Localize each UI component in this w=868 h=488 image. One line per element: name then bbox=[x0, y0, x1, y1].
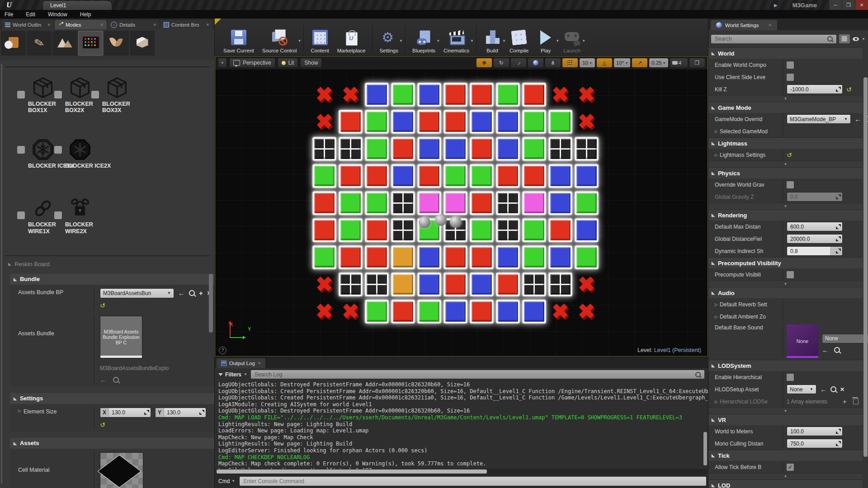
menu-edit[interactable]: Edit bbox=[26, 11, 35, 18]
board-cube-orange[interactable] bbox=[390, 244, 416, 271]
board-cube-wire[interactable] bbox=[495, 189, 521, 216]
compile-button[interactable]: Compile bbox=[505, 20, 533, 55]
blocked-cell[interactable]: ✖ bbox=[573, 271, 599, 298]
spinner-icon[interactable] bbox=[199, 410, 204, 415]
log-search-input[interactable]: Search Log bbox=[251, 370, 704, 379]
board-cube-blue[interactable] bbox=[442, 298, 468, 325]
translate-tool-button[interactable]: ✥ bbox=[476, 58, 492, 67]
board-cube-red[interactable] bbox=[468, 135, 495, 162]
assets-bundle-bp-dropdown[interactable]: M3BoardAssetsBun ▼ bbox=[100, 288, 174, 298]
back-arrow-icon[interactable]: ← bbox=[178, 290, 185, 296]
spinner-icon[interactable] bbox=[144, 410, 149, 415]
board-cube-red[interactable] bbox=[416, 162, 442, 189]
menu-window[interactable]: Window bbox=[48, 11, 67, 18]
board-cube-magenta[interactable] bbox=[416, 189, 442, 216]
source-control-button[interactable]: Source Control▼ bbox=[258, 20, 301, 55]
board-cube-blue[interactable] bbox=[390, 108, 416, 135]
number-field[interactable]: 600.0 bbox=[787, 222, 843, 231]
view-options-eye-icon[interactable] bbox=[853, 37, 859, 41]
maximize-button[interactable]: ❒ bbox=[842, 0, 855, 10]
board-cube-blue[interactable] bbox=[416, 135, 442, 162]
blocked-cell[interactable]: ✖ bbox=[311, 298, 337, 325]
board-cube-blue[interactable] bbox=[495, 135, 521, 162]
spinner-icon[interactable] bbox=[836, 87, 841, 92]
expand-arrow-icon[interactable]: ▷ bbox=[715, 399, 718, 404]
item-checkbox[interactable] bbox=[54, 211, 62, 219]
section-header-lodsystem[interactable]: ◣LODSystem bbox=[708, 360, 863, 371]
board-cube-wire[interactable] bbox=[390, 216, 416, 244]
property-matrix-button[interactable] bbox=[839, 34, 850, 43]
board-cube-wire[interactable] bbox=[547, 135, 573, 162]
board-cube-red[interactable] bbox=[311, 216, 337, 244]
dropdown[interactable]: None▼ bbox=[787, 385, 816, 394]
maximize-viewport-button[interactable]: ❐ bbox=[689, 58, 705, 67]
minimize-button[interactable]: ─ bbox=[829, 0, 842, 10]
board-cube-blue[interactable] bbox=[521, 298, 547, 325]
section-header-tick[interactable]: ◣Tick bbox=[708, 450, 863, 461]
board-cube-green[interactable] bbox=[311, 244, 337, 271]
grid-snap-toggle[interactable] bbox=[562, 58, 578, 67]
section-expander[interactable]: ▼ bbox=[708, 95, 863, 102]
search-icon[interactable] bbox=[830, 386, 836, 392]
expand-arrow-icon[interactable]: ▷ bbox=[18, 408, 21, 415]
board-cube-red[interactable] bbox=[468, 189, 495, 216]
board-cube-wire[interactable] bbox=[337, 271, 363, 298]
bundle-header[interactable]: ◣ Bundle bbox=[10, 274, 214, 285]
board-cube-green[interactable] bbox=[468, 162, 495, 189]
scale-tool-button[interactable]: ↔ bbox=[511, 58, 526, 67]
console-command-input[interactable]: Enter Console Command bbox=[240, 477, 706, 486]
board-cube-green[interactable] bbox=[363, 135, 390, 162]
board-cube-red[interactable] bbox=[547, 216, 573, 244]
blocked-cell[interactable]: ✖ bbox=[311, 108, 337, 135]
board-cube-wire[interactable] bbox=[337, 135, 363, 162]
board-cube-green[interactable] bbox=[521, 244, 547, 271]
board-cube-blue[interactable] bbox=[573, 216, 599, 244]
scrollbar-thumb[interactable] bbox=[217, 469, 487, 474]
world-settings-scrollbar[interactable] bbox=[863, 77, 868, 457]
section-header-physics[interactable]: ◣Physics bbox=[708, 167, 863, 178]
board-cube-red[interactable] bbox=[442, 244, 468, 271]
search-icon[interactable] bbox=[189, 290, 195, 296]
element-size-y-field[interactable]: Y 130.0 bbox=[155, 408, 206, 418]
board-cube-red[interactable] bbox=[311, 189, 337, 216]
number-field[interactable]: 750.0 bbox=[787, 439, 843, 448]
settings-button[interactable]: ⚙Settings▼ bbox=[375, 20, 402, 55]
section-header-audio[interactable]: ◣Audio bbox=[708, 287, 863, 298]
back-arrow-icon[interactable]: ← bbox=[100, 377, 107, 383]
content-button[interactable]: Content bbox=[307, 20, 333, 55]
board-cube-wire[interactable] bbox=[521, 271, 547, 298]
board-cube-red[interactable] bbox=[521, 81, 547, 108]
spinner-icon[interactable] bbox=[836, 249, 841, 253]
chevron-down-icon[interactable]: ▼ bbox=[470, 39, 474, 43]
board-cube-wire[interactable] bbox=[547, 271, 573, 298]
checkbox[interactable]: ✓ bbox=[787, 464, 794, 471]
board-cube-red[interactable] bbox=[442, 271, 468, 298]
reskin-board-header[interactable]: ◣ Reskin Board bbox=[5, 255, 210, 267]
checkbox[interactable] bbox=[787, 181, 794, 188]
log-vertical-scrollbar[interactable] bbox=[703, 432, 707, 465]
board-cube-blue[interactable] bbox=[416, 271, 442, 298]
spinner-icon[interactable] bbox=[836, 441, 841, 446]
rotate-tool-button[interactable]: ↻ bbox=[494, 58, 509, 67]
section-header-lightmass[interactable]: ◣Lightmass bbox=[708, 137, 863, 149]
tab-content-browser[interactable]: Content Bro ✕ bbox=[160, 20, 212, 29]
tab-modes[interactable]: Modes ✕ bbox=[55, 20, 107, 29]
item-checkbox[interactable] bbox=[91, 91, 99, 99]
number-field[interactable]: 20000.0 bbox=[787, 234, 843, 244]
reset-icon[interactable]: ↺ bbox=[100, 422, 105, 428]
spinner-icon[interactable] bbox=[836, 236, 841, 241]
rotation-snap-toggle[interactable]: △ bbox=[597, 58, 612, 67]
mode-button-geometry[interactable] bbox=[130, 31, 155, 56]
board-cube-blue[interactable] bbox=[547, 189, 573, 216]
play-button[interactable]: Play▼ bbox=[533, 20, 559, 55]
board-cube-red[interactable] bbox=[390, 135, 416, 162]
expand-arrow-icon[interactable]: ▷ bbox=[715, 129, 718, 134]
board-cube-wire[interactable] bbox=[495, 216, 521, 244]
section-expander[interactable]: ▼ bbox=[708, 281, 863, 287]
board-cube-red[interactable] bbox=[363, 162, 390, 189]
log-text-area[interactable]: LogUObjectGlobals: Destroyed PersistentF… bbox=[215, 380, 708, 469]
cinematics-button[interactable]: Cinematics▼ bbox=[439, 20, 473, 55]
board-cube-blue[interactable] bbox=[495, 108, 521, 135]
left-panel-scroll-edge[interactable] bbox=[1, 64, 2, 483]
board-cube-green[interactable] bbox=[547, 108, 573, 135]
